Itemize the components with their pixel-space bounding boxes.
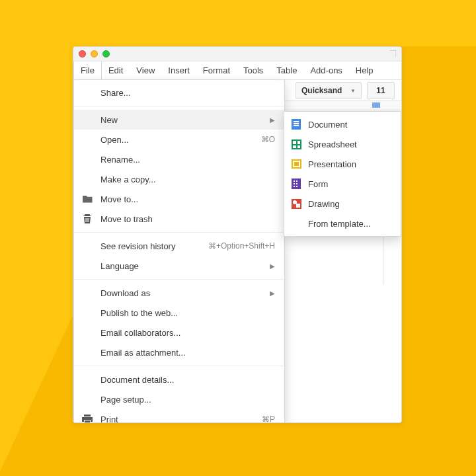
close-window-button[interactable]: [79, 50, 86, 58]
menu-label: Move to...: [100, 194, 138, 204]
submenu-label: Form: [308, 179, 328, 189]
separator: [74, 106, 284, 106]
shortcut-label: ⌘+Option+Shift+H: [208, 241, 275, 251]
chevron-down-icon: ▼: [350, 88, 356, 94]
submenu-item-presentation[interactable]: Presentation: [284, 154, 401, 174]
menu-label: Share...: [100, 88, 131, 98]
menu-item-new[interactable]: New ▶: [74, 110, 284, 130]
submenu-arrow-icon: ▶: [270, 262, 275, 270]
submenu-arrow-icon: ▶: [270, 116, 275, 124]
menu-label: Make a copy...: [100, 175, 156, 184]
menu-item-rename[interactable]: Rename...: [74, 149, 284, 169]
menu-label: Page setup...: [100, 395, 151, 405]
menu-item-document-details[interactable]: Document details...: [74, 370, 284, 389]
menu-item-language[interactable]: Language ▶: [74, 256, 284, 276]
font-size-selector[interactable]: 11: [367, 82, 395, 99]
menu-item-revision-history[interactable]: See revision history ⌘+Option+Shift+H: [74, 236, 284, 256]
menu-item-email-collaborators[interactable]: Email collaborators...: [74, 323, 284, 342]
submenu-label: Drawing: [308, 199, 340, 209]
submenu-item-spreadsheet[interactable]: Spreadsheet: [284, 134, 401, 154]
presentation-icon: [291, 159, 301, 169]
menu-item-share[interactable]: Share...: [74, 83, 284, 102]
menu-item-page-setup[interactable]: Page setup...: [74, 389, 284, 409]
maximize-window-button[interactable]: [102, 50, 110, 58]
trash-icon: [82, 214, 93, 224]
menu-label: Print: [100, 415, 118, 424]
menu-label: Open...: [100, 135, 129, 145]
menu-label: Publish to the web...: [100, 308, 178, 318]
menu-item-open[interactable]: Open... ⌘O: [74, 130, 284, 149]
submenu-label: Spreadsheet: [308, 139, 357, 149]
new-submenu: Document Spreadsheet Presentation Form D…: [284, 111, 401, 237]
expand-icon[interactable]: [389, 50, 396, 57]
shortcut-label: ⌘P: [262, 415, 275, 423]
menu-item-publish-web[interactable]: Publish to the web...: [74, 303, 284, 323]
menu-item-move-to[interactable]: Move to...: [74, 189, 284, 209]
submenu-label: Document: [308, 120, 347, 130]
menu-item-print[interactable]: Print ⌘P: [74, 409, 284, 423]
window-titlebar: [73, 47, 401, 61]
separator: [74, 279, 284, 280]
minimize-window-button[interactable]: [91, 50, 98, 58]
separator: [74, 366, 284, 366]
file-menu-dropdown: Share... New ▶ Open... ⌘O Rename... Make…: [73, 80, 285, 423]
separator: [74, 232, 284, 233]
menu-label: New: [100, 115, 118, 125]
menu-help[interactable]: Help: [349, 61, 380, 79]
print-icon: [82, 414, 93, 423]
menu-item-download-as[interactable]: Download as ▶: [74, 283, 284, 303]
indent-marker-icon[interactable]: [372, 102, 380, 108]
menu-insert[interactable]: Insert: [161, 61, 196, 79]
document-icon: [291, 119, 301, 130]
font-size-label: 11: [376, 86, 385, 95]
menubar: File Edit View Insert Format Tools Table…: [73, 61, 401, 80]
font-family-label: Quicksand: [301, 86, 342, 95]
submenu-arrow-icon: ▶: [270, 290, 275, 297]
menu-label: Email collaborators...: [100, 328, 180, 338]
menu-label: Document details...: [100, 375, 174, 385]
spreadsheet-icon: [291, 139, 301, 149]
menu-tools[interactable]: Tools: [237, 61, 270, 79]
menu-format[interactable]: Format: [196, 61, 237, 79]
shortcut-label: ⌘O: [261, 135, 275, 144]
menu-label: See revision history: [100, 241, 175, 251]
menu-edit[interactable]: Edit: [102, 61, 130, 79]
submenu-label: From template...: [308, 219, 371, 229]
menu-label: Email as attachment...: [100, 348, 186, 358]
form-icon: [291, 178, 301, 189]
menu-label: Download as: [100, 288, 150, 298]
menu-item-make-copy[interactable]: Make a copy...: [74, 169, 284, 189]
menu-label: Language: [100, 261, 139, 271]
menu-label: Rename...: [100, 155, 140, 165]
menu-table[interactable]: Table: [270, 61, 303, 79]
submenu-item-from-template[interactable]: From template...: [284, 214, 401, 233]
folder-icon: [82, 194, 93, 204]
menu-item-move-to-trash[interactable]: Move to trash: [74, 209, 284, 229]
drawing-icon: [291, 198, 301, 209]
font-family-selector[interactable]: Quicksand ▼: [296, 82, 362, 99]
submenu-label: Presentation: [308, 159, 356, 169]
menu-label: Move to trash: [100, 214, 153, 224]
app-window: File Edit View Insert Format Tools Table…: [73, 46, 402, 423]
menu-item-email-attachment[interactable]: Email as attachment...: [74, 342, 284, 362]
submenu-item-form[interactable]: Form: [284, 174, 401, 194]
menu-addons[interactable]: Add-ons: [303, 61, 348, 79]
submenu-item-drawing[interactable]: Drawing: [284, 194, 401, 214]
submenu-item-document[interactable]: Document: [284, 114, 401, 134]
menu-view[interactable]: View: [130, 61, 161, 79]
menu-file[interactable]: File: [73, 61, 102, 79]
